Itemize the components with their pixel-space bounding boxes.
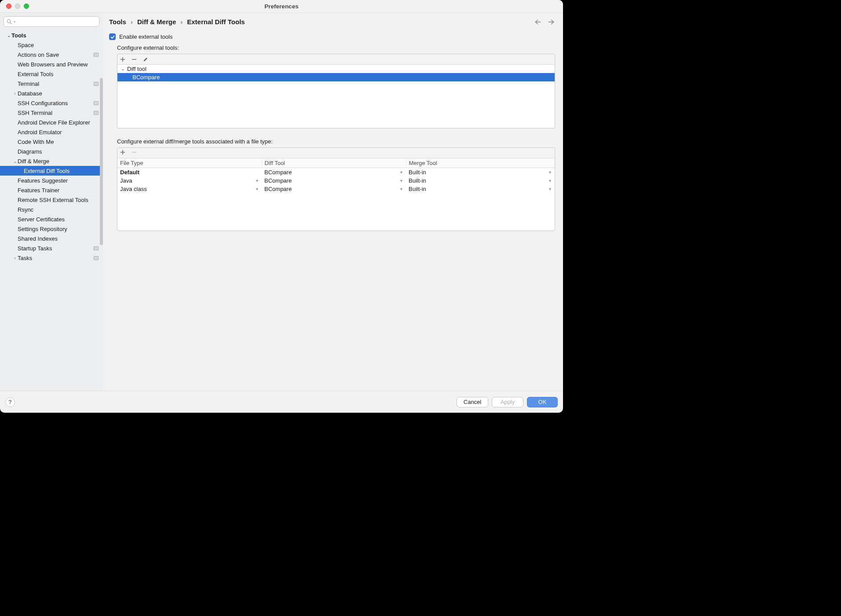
tree-node-settings-repository[interactable]: Settings Repository xyxy=(0,224,103,234)
configure-assoc-label: Configure external diff/merge tools asso… xyxy=(117,138,555,145)
breadcrumb-part: External Diff Tools xyxy=(187,18,245,26)
enable-external-tools-checkbox[interactable]: Enable external tools xyxy=(109,33,555,40)
file-type-table: File Type Diff Tool Merge Tool DefaultBC… xyxy=(117,147,555,231)
cell-merge-tool[interactable]: Built-in▼ xyxy=(406,185,555,193)
tree-node-android-file-explorer[interactable]: Android Device File Explorer xyxy=(0,117,103,127)
tree-node-features-trainer[interactable]: Features Trainer xyxy=(0,185,103,195)
tree-node-external-diff-tools[interactable]: External Diff Tools xyxy=(0,166,103,176)
dropdown-icon: ▼ xyxy=(548,179,552,183)
tree-node-features-suggester[interactable]: Features Suggester xyxy=(0,176,103,185)
breadcrumb-part[interactable]: Tools xyxy=(109,18,126,26)
tree-node-actions-on-save[interactable]: Actions on Save xyxy=(0,50,103,59)
col-diff-tool[interactable]: Diff Tool xyxy=(262,158,406,168)
tree-node-space[interactable]: Space xyxy=(0,40,103,50)
nav-forward-icon[interactable] xyxy=(548,19,555,25)
search-input[interactable] xyxy=(17,18,96,25)
project-scope-icon xyxy=(94,82,99,86)
chevron-down-icon: ⌄ xyxy=(121,66,124,71)
tree-node-ssh-terminal[interactable]: SSH Terminal xyxy=(0,108,103,117)
cell-diff-tool[interactable]: BCompare▼ xyxy=(262,185,406,193)
cell-file-type[interactable]: Java class▼ xyxy=(117,185,262,193)
fullscreen-window-button[interactable] xyxy=(24,4,29,9)
sidebar-scrollbar[interactable] xyxy=(100,78,103,245)
cell-file-type[interactable]: Java▼ xyxy=(117,176,262,185)
tree-node-diff-merge[interactable]: ⌄Diff & Merge xyxy=(0,156,103,166)
enable-external-tools-label: Enable external tools xyxy=(119,33,172,40)
tree-node-shared-indexes[interactable]: Shared Indexes xyxy=(0,234,103,243)
search-field[interactable]: ▾ xyxy=(4,16,99,27)
col-merge-tool[interactable]: Merge Tool xyxy=(406,158,555,168)
tree-node-android-emulator[interactable]: Android Emulator xyxy=(0,127,103,137)
tree-node-remote-ssh-ext-tools[interactable]: Remote SSH External Tools xyxy=(0,195,103,205)
breadcrumb-part[interactable]: Diff & Merge xyxy=(137,18,176,26)
dropdown-icon: ▼ xyxy=(399,170,403,175)
window-title: Preferences xyxy=(0,3,563,10)
project-scope-icon xyxy=(94,111,99,115)
search-dropdown-icon[interactable]: ▾ xyxy=(14,20,15,24)
tree-node-database[interactable]: ›Database xyxy=(0,88,103,98)
chevron-right-icon: › xyxy=(180,18,183,26)
col-file-type[interactable]: File Type xyxy=(117,158,262,168)
remove-icon xyxy=(132,150,137,156)
cancel-button[interactable]: Cancel xyxy=(457,397,488,407)
tool-row-bcompare[interactable]: BCompare xyxy=(117,73,555,81)
tree-node-terminal[interactable]: Terminal xyxy=(0,79,103,88)
cell-diff-tool[interactable]: BCompare▼ xyxy=(262,168,406,177)
chevron-right-icon: › xyxy=(131,18,133,26)
cell-file-type[interactable]: Default xyxy=(117,168,262,177)
tree-node-tasks[interactable]: ›Tasks xyxy=(0,253,103,263)
tree-node-diagrams[interactable]: Diagrams xyxy=(0,147,103,156)
cell-merge-tool[interactable]: Built-in▼ xyxy=(406,176,555,185)
dropdown-icon: ▼ xyxy=(399,187,403,191)
nav-back-icon[interactable] xyxy=(534,19,541,25)
tool-group-row[interactable]: ⌄ Diff tool xyxy=(117,65,555,73)
tool-group-label: Diff tool xyxy=(127,66,146,72)
remove-icon[interactable] xyxy=(132,57,137,62)
project-scope-icon xyxy=(94,256,99,260)
project-scope-icon xyxy=(94,53,99,57)
preferences-window: Preferences ▾ ⌄ Tools Space xyxy=(0,0,563,413)
configure-tools-label: Configure external tools: xyxy=(117,44,555,51)
dropdown-icon: ▼ xyxy=(255,179,259,183)
cell-diff-tool[interactable]: BCompare▼ xyxy=(262,176,406,185)
svg-line-1 xyxy=(10,22,11,24)
table-row[interactable]: DefaultBCompare▼Built-in▼ xyxy=(117,168,555,177)
titlebar: Preferences xyxy=(0,0,563,12)
table-row[interactable]: Java class▼BCompare▼Built-in▼ xyxy=(117,185,555,193)
tools-treelist[interactable]: ⌄ Diff tool BCompare xyxy=(117,65,555,81)
tree-node-web-browsers[interactable]: Web Browsers and Preview xyxy=(0,59,103,69)
tree-node-external-tools[interactable]: External Tools xyxy=(0,69,103,79)
add-icon[interactable] xyxy=(120,150,125,156)
chevron-down-icon: ⌄ xyxy=(6,33,11,38)
tree-node-server-certificates[interactable]: Server Certificates xyxy=(0,214,103,224)
checkbox-checked-icon xyxy=(109,33,116,40)
minimize-window-button[interactable] xyxy=(15,4,20,9)
cell-merge-tool[interactable]: Built-in▼ xyxy=(406,168,555,177)
settings-tree[interactable]: ⌄ Tools Space Actions on Save Web Browse… xyxy=(0,29,103,391)
breadcrumb: Tools › Diff & Merge › External Diff Too… xyxy=(109,18,555,26)
chevron-down-icon: ⌄ xyxy=(12,159,18,164)
nav-arrows xyxy=(534,19,555,25)
svg-point-0 xyxy=(7,20,11,23)
dropdown-icon: ▼ xyxy=(548,187,552,191)
dialog-footer: ? Cancel Apply OK xyxy=(0,391,563,413)
project-scope-icon xyxy=(94,246,99,250)
assoc-table[interactable]: File Type Diff Tool Merge Tool DefaultBC… xyxy=(117,158,555,193)
edit-icon[interactable] xyxy=(143,57,148,62)
external-tools-list: ⌄ Diff tool BCompare xyxy=(117,54,555,128)
add-icon[interactable] xyxy=(120,57,125,62)
tree-node-startup-tasks[interactable]: Startup Tasks xyxy=(0,243,103,253)
ok-button[interactable]: OK xyxy=(527,397,558,407)
content-area: ▾ ⌄ Tools Space Actions on Save Web Brow… xyxy=(0,12,563,391)
close-window-button[interactable] xyxy=(6,4,11,9)
project-scope-icon xyxy=(94,101,99,105)
tree-node-tools[interactable]: ⌄ Tools xyxy=(0,30,103,40)
table-row[interactable]: Java▼BCompare▼Built-in▼ xyxy=(117,176,555,185)
dropdown-icon: ▼ xyxy=(399,179,403,183)
tree-node-code-with-me[interactable]: Code With Me xyxy=(0,137,103,147)
help-button[interactable]: ? xyxy=(5,397,15,407)
sidebar: ▾ ⌄ Tools Space Actions on Save Web Brow… xyxy=(0,13,103,391)
tree-node-rsync[interactable]: Rsync xyxy=(0,205,103,214)
tree-node-ssh-config[interactable]: SSH Configurations xyxy=(0,98,103,108)
chevron-right-icon: › xyxy=(12,91,18,96)
